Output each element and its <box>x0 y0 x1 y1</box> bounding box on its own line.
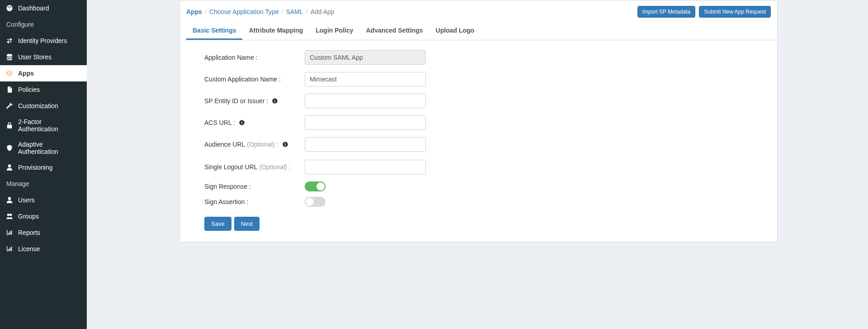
sign-assertion-label: Sign Assertion : <box>186 198 305 205</box>
sidebar-item-provisioning[interactable]: Provisioning <box>0 159 87 176</box>
tab-advanced-settings[interactable]: Advanced Settings <box>359 22 429 40</box>
breadcrumb-saml[interactable]: SAML <box>286 8 303 15</box>
breadcrumb-current: Add App <box>311 8 335 15</box>
audience-url-label: Audience URL (Optional) : i <box>186 141 305 148</box>
row-sign-assertion: Sign Assertion : <box>186 197 771 207</box>
sp-entity-id-label: SP Entity ID or Issuer : i <box>186 97 305 105</box>
form: Application Name : Custom Application Na… <box>180 40 777 242</box>
sidebar-item-customization[interactable]: Customization <box>0 98 87 114</box>
document-icon <box>5 86 14 94</box>
cube-icon <box>5 69 14 77</box>
panel: Apps / Choose Application Type / SAML / … <box>179 0 778 242</box>
row-audience-url: Audience URL (Optional) : i <box>186 137 771 152</box>
tab-login-policy[interactable]: Login Policy <box>309 22 359 40</box>
acs-url-input[interactable] <box>305 115 426 130</box>
header-buttons: Import SP Metadata Submit New App Reques… <box>637 6 771 18</box>
sign-assertion-toggle[interactable] <box>305 197 326 207</box>
sidebar-label: Users <box>18 196 82 204</box>
sidebar-item-users[interactable]: Users <box>0 192 87 208</box>
form-actions: Save Next <box>186 217 771 231</box>
sidebar-label: Adaptive Authentication <box>18 141 82 155</box>
sidebar-item-policies[interactable]: Policies <box>0 81 87 98</box>
row-acs-url: ACS URL : i <box>186 115 771 130</box>
info-icon[interactable]: i <box>272 98 278 104</box>
row-sign-response: Sign Response : <box>186 181 771 191</box>
sidebar-item-user-stores[interactable]: User Stores <box>0 49 87 65</box>
user-icon <box>5 196 14 204</box>
dashboard-icon <box>5 4 14 12</box>
chart-icon <box>5 245 14 253</box>
sidebar-item-groups[interactable]: Groups <box>0 208 87 224</box>
sidebar-label: Groups <box>18 213 82 220</box>
wrench-icon <box>5 102 14 110</box>
sidebar-item-reports[interactable]: Reports <box>0 224 87 241</box>
info-icon[interactable]: i <box>282 141 288 148</box>
application-name-label: Application Name : <box>186 54 305 61</box>
row-custom-application-name: Custom Application Name : <box>186 72 771 86</box>
custom-application-name-input[interactable] <box>305 72 426 86</box>
sign-response-toggle[interactable] <box>305 181 326 191</box>
main-content: Apps / Choose Application Type / SAML / … <box>87 0 868 329</box>
slo-url-input[interactable] <box>305 160 426 174</box>
info-icon[interactable]: i <box>239 119 245 126</box>
sidebar-item-license[interactable]: License <box>0 241 87 257</box>
sp-entity-id-input[interactable] <box>305 94 426 108</box>
sidebar-label: Provisioning <box>18 164 82 171</box>
breadcrumb-sep: / <box>306 8 308 15</box>
row-application-name: Application Name : <box>186 50 771 65</box>
tab-basic-settings[interactable]: Basic Settings <box>186 22 242 40</box>
acs-url-label: ACS URL : i <box>186 119 305 126</box>
breadcrumb: Apps / Choose Application Type / SAML / … <box>186 8 335 15</box>
sidebar-item-adaptive-auth[interactable]: Adaptive Authentication <box>0 137 87 159</box>
slo-url-label: Single Logout URL (Optional) : <box>186 163 305 171</box>
application-name-input <box>305 50 426 65</box>
next-button[interactable]: Next <box>234 217 260 231</box>
sidebar-header-manage: Manage <box>0 176 87 192</box>
tabs: Basic Settings Attribute Mapping Login P… <box>180 22 777 40</box>
panel-header: Apps / Choose Application Type / SAML / … <box>180 0 777 22</box>
lock-icon <box>5 121 14 129</box>
sidebar-item-dashboard[interactable]: Dashboard <box>0 0 87 16</box>
tab-attribute-mapping[interactable]: Attribute Mapping <box>242 22 309 40</box>
database-icon <box>5 53 14 61</box>
sidebar-label: 2-Factor Authentication <box>18 118 82 133</box>
row-slo-url: Single Logout URL (Optional) : <box>186 160 771 174</box>
custom-application-name-label: Custom Application Name : <box>186 76 305 83</box>
import-sp-metadata-button[interactable]: Import SP Metadata <box>637 6 696 18</box>
sidebar-item-identity-providers[interactable]: Identity Providers <box>0 33 87 49</box>
sidebar-label: Customization <box>18 102 82 110</box>
chart-icon <box>5 229 14 237</box>
breadcrumb-sep: / <box>205 8 207 15</box>
tab-upload-logo[interactable]: Upload Logo <box>429 22 481 40</box>
row-sp-entity-id: SP Entity ID or Issuer : i <box>186 94 771 108</box>
sidebar-label: Dashboard <box>18 5 82 12</box>
submit-new-app-request-button[interactable]: Submit New App Request <box>699 6 771 18</box>
save-button[interactable]: Save <box>204 217 231 231</box>
shield-icon <box>5 144 14 152</box>
sidebar-label: Identity Providers <box>18 37 82 44</box>
audience-url-input[interactable] <box>305 137 426 152</box>
sidebar-item-2fa[interactable]: 2-Factor Authentication <box>0 114 87 137</box>
sidebar-label: Policies <box>18 86 82 93</box>
sidebar-label: User Stores <box>18 53 82 61</box>
breadcrumb-apps[interactable]: Apps <box>186 8 202 15</box>
user-icon <box>5 163 14 172</box>
sidebar-label: Apps <box>18 70 82 77</box>
sidebar-header-configure: Configure <box>0 16 87 33</box>
breadcrumb-choose-type[interactable]: Choose Application Type <box>209 8 279 15</box>
sidebar-item-apps[interactable]: Apps <box>0 65 87 81</box>
exchange-icon <box>5 37 14 45</box>
sidebar-label: License <box>18 245 82 253</box>
sidebar: Dashboard Configure Identity Providers U… <box>0 0 87 329</box>
users-icon <box>5 212 14 220</box>
breadcrumb-sep: / <box>282 8 283 15</box>
sign-response-label: Sign Response : <box>186 183 305 190</box>
sidebar-label: Reports <box>18 229 82 236</box>
